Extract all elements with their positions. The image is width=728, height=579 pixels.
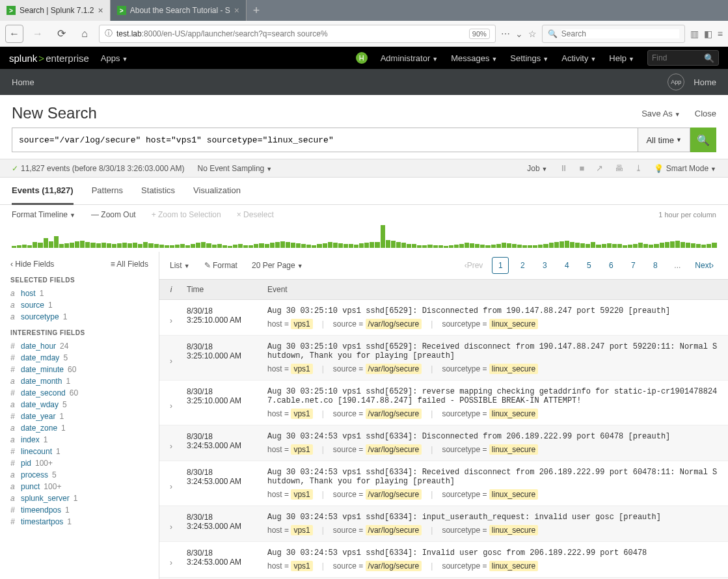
timeline-bar[interactable] bbox=[433, 245, 438, 248]
timeline-bar[interactable] bbox=[512, 244, 517, 248]
sourcetype-value[interactable]: linux_secure bbox=[489, 489, 538, 500]
timeline-bar[interactable] bbox=[675, 241, 680, 248]
field-item[interactable]: apunct100+ bbox=[10, 481, 148, 492]
field-item[interactable]: #pid100+ bbox=[10, 457, 148, 469]
source-value[interactable]: /var/log/secure bbox=[366, 364, 422, 374]
timeline-bar[interactable] bbox=[165, 245, 169, 248]
timeline-bar[interactable] bbox=[638, 243, 643, 248]
timeline-bar[interactable] bbox=[654, 244, 658, 248]
col-info[interactable]: i bbox=[159, 280, 183, 299]
source-value[interactable]: /var/log/secure bbox=[366, 525, 422, 535]
host-value[interactable]: vps1 bbox=[291, 525, 312, 535]
tab-visualization[interactable]: Visualization bbox=[193, 178, 241, 204]
timeline-bar[interactable] bbox=[480, 245, 485, 248]
host-value[interactable]: vps1 bbox=[291, 364, 312, 374]
page-more[interactable]: ... bbox=[669, 257, 686, 274]
field-name[interactable]: source bbox=[21, 301, 44, 310]
timeline-bar[interactable] bbox=[502, 243, 506, 248]
forward-button[interactable]: → bbox=[29, 25, 47, 43]
timeline-bar[interactable] bbox=[259, 243, 263, 248]
expand-icon[interactable]: › bbox=[159, 336, 183, 380]
timeline-bar[interactable] bbox=[185, 245, 190, 248]
field-item[interactable]: adate_wday5 bbox=[10, 399, 148, 411]
timeline-bar[interactable] bbox=[712, 243, 716, 248]
field-item[interactable]: asource1 bbox=[10, 299, 148, 311]
field-name[interactable]: punct bbox=[21, 482, 40, 491]
field-item[interactable]: #timeendpos1 bbox=[10, 504, 148, 516]
app-label[interactable]: Home bbox=[694, 77, 716, 87]
tab-patterns[interactable]: Patterns bbox=[92, 178, 123, 204]
timeline-bar[interactable] bbox=[691, 243, 695, 248]
tab-statistics[interactable]: Statistics bbox=[141, 178, 175, 204]
timeline-bar[interactable] bbox=[128, 243, 132, 248]
timeline-bar[interactable] bbox=[596, 245, 600, 248]
administrator-menu[interactable]: Administrator▼ bbox=[381, 53, 438, 63]
timeline-bar[interactable] bbox=[59, 244, 64, 248]
timeline-bar[interactable] bbox=[459, 244, 464, 248]
timeline-bar[interactable] bbox=[528, 245, 532, 248]
field-item[interactable]: #date_year1 bbox=[10, 411, 148, 422]
timeline-bar[interactable] bbox=[670, 241, 675, 248]
field-item[interactable]: adate_month1 bbox=[10, 375, 148, 387]
timeline-bar[interactable] bbox=[543, 244, 548, 248]
search-query-input[interactable] bbox=[12, 128, 638, 152]
timeline-bar[interactable] bbox=[249, 245, 253, 248]
sourcetype-value[interactable]: linux_secure bbox=[489, 525, 538, 535]
timeline-bar[interactable] bbox=[101, 243, 106, 248]
field-name[interactable]: timestartpos bbox=[21, 517, 63, 526]
timeline-bar[interactable] bbox=[27, 245, 32, 248]
close-button[interactable]: Close bbox=[695, 109, 716, 118]
timeline-bar[interactable] bbox=[233, 245, 237, 248]
apps-menu[interactable]: Apps▼ bbox=[101, 53, 128, 63]
field-item[interactable]: #linecount1 bbox=[10, 446, 148, 457]
timeline-bar[interactable] bbox=[623, 245, 627, 248]
timeline-bar[interactable] bbox=[33, 242, 37, 248]
timeline-bar[interactable] bbox=[180, 244, 185, 248]
field-name[interactable]: date_hour bbox=[21, 342, 56, 351]
timeline-bar[interactable] bbox=[85, 242, 90, 248]
timeline-bar[interactable] bbox=[485, 245, 490, 248]
timeline-bar[interactable] bbox=[117, 243, 122, 248]
field-item[interactable]: #date_hour24 bbox=[10, 340, 148, 352]
field-name[interactable]: date_wday bbox=[21, 400, 59, 409]
field-item[interactable]: aprocess5 bbox=[10, 469, 148, 481]
timeline-bar[interactable] bbox=[707, 244, 711, 248]
home-button[interactable]: ⌂ bbox=[75, 25, 94, 43]
event-time[interactable]: 8/30/183:25:10.000 AM bbox=[183, 381, 261, 425]
timeline-bar[interactable] bbox=[375, 242, 379, 248]
expand-icon[interactable]: › bbox=[159, 381, 183, 425]
timeline-bar[interactable] bbox=[391, 241, 396, 248]
timeline-bar[interactable] bbox=[696, 244, 701, 248]
timeline-bar[interactable] bbox=[217, 244, 222, 248]
save-as-button[interactable]: Save As▼ bbox=[641, 109, 681, 118]
close-icon[interactable]: × bbox=[234, 5, 239, 16]
timeline-bar[interactable] bbox=[306, 245, 311, 248]
page-3[interactable]: 3 bbox=[536, 257, 553, 274]
field-item[interactable]: #date_second60 bbox=[10, 387, 148, 399]
field-name[interactable]: date_minute bbox=[21, 365, 64, 374]
bookmark-icon[interactable]: ☆ bbox=[528, 29, 537, 39]
page-7[interactable]: 7 bbox=[625, 257, 641, 274]
timeline-bar[interactable] bbox=[580, 243, 585, 248]
timeline-bar[interactable] bbox=[143, 242, 148, 248]
timeline-bar[interactable] bbox=[212, 245, 217, 248]
host-value[interactable]: vps1 bbox=[291, 319, 312, 329]
field-item[interactable]: aindex1 bbox=[10, 434, 148, 446]
timeline-bar[interactable] bbox=[465, 243, 469, 248]
expand-icon[interactable]: › bbox=[159, 425, 183, 461]
user-avatar[interactable]: H bbox=[356, 52, 368, 64]
timeline-bar[interactable] bbox=[107, 243, 111, 248]
field-item[interactable]: #date_minute60 bbox=[10, 364, 148, 375]
timeline-bar[interactable] bbox=[54, 236, 59, 248]
event-time[interactable]: 8/30/183:24:53.000 AM bbox=[183, 425, 261, 461]
page-8[interactable]: 8 bbox=[647, 257, 664, 274]
breadcrumb-home[interactable]: Home bbox=[12, 77, 34, 87]
expand-icon[interactable]: › bbox=[159, 461, 183, 505]
sidebar-icon[interactable]: ◧ bbox=[704, 29, 712, 39]
field-name[interactable]: date_mday bbox=[21, 353, 59, 362]
job-menu[interactable]: Job▼ bbox=[527, 164, 547, 173]
timeline-bar[interactable] bbox=[559, 241, 564, 248]
pause-icon[interactable]: ⏸ bbox=[559, 163, 568, 173]
timeline-bar[interactable] bbox=[49, 241, 53, 248]
timeline-bar[interactable] bbox=[496, 244, 501, 248]
